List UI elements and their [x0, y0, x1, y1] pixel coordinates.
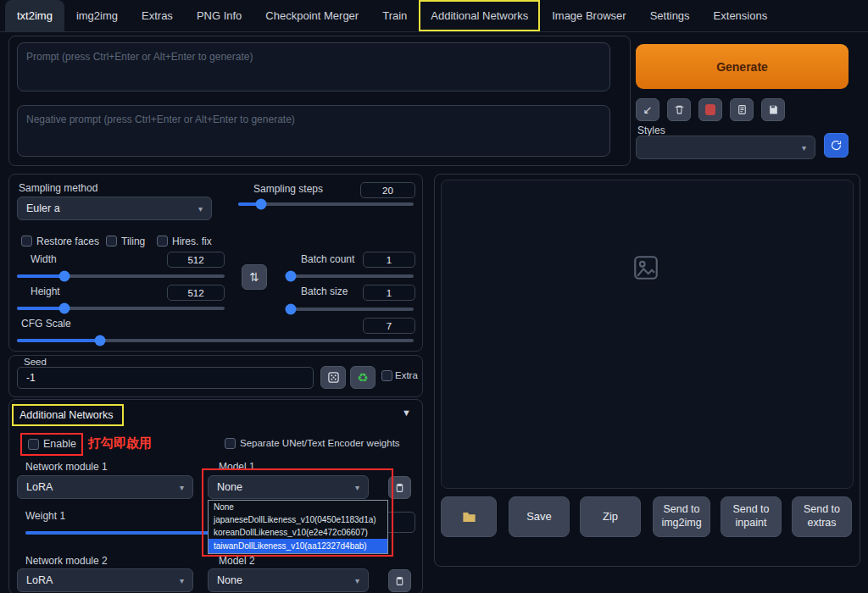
height-label: Height	[31, 285, 60, 297]
tab-checkpoint-merger[interactable]: Checkpoint Merger	[253, 0, 370, 31]
tab-settings[interactable]: Settings	[638, 0, 702, 31]
model-1-clipboard-button[interactable]	[388, 476, 411, 499]
tab-img2img[interactable]: img2img	[64, 0, 130, 31]
clipboard-icon	[394, 482, 405, 493]
send-to-extras-button[interactable]: Send to extras	[792, 496, 852, 537]
seed-input[interactable]	[17, 367, 314, 389]
red-card-icon	[705, 104, 715, 115]
collapse-triangle-icon[interactable]: ▼	[402, 407, 411, 418]
model-2-dropdown[interactable]: None▾	[208, 568, 369, 592]
model-card-button[interactable]	[698, 98, 722, 121]
batch-count-slider[interactable]	[291, 274, 414, 278]
network-module-1-dropdown[interactable]: LoRA▾	[17, 475, 193, 499]
read-params-button[interactable]	[730, 98, 754, 121]
chevron-down-icon: ▾	[802, 143, 806, 152]
model-option-taiwan[interactable]: taiwanDollLikeness_v10(aa12327d4bab)	[209, 539, 387, 553]
sampling-steps-label: Sampling steps	[253, 183, 323, 195]
arrow-down-left-icon: ↙	[643, 103, 653, 116]
extra-seed-checkbox[interactable]	[381, 370, 392, 381]
separate-weights-label: Separate UNet/Text Encoder weights	[240, 438, 400, 448]
negative-prompt-input[interactable]	[17, 105, 610, 157]
styles-dropdown[interactable]: ▾	[636, 136, 815, 159]
sampling-method-value: Euler a	[26, 202, 60, 214]
tab-additional-networks[interactable]: Additional Networks	[419, 0, 540, 31]
tab-train[interactable]: Train	[370, 0, 419, 31]
webui-root: txt2img img2img Extras PNG Info Checkpoi…	[0, 0, 868, 593]
model-option-korean[interactable]: koreanDollLikeness_v10(e2e472c06607)	[209, 526, 387, 539]
trash-icon	[674, 104, 685, 115]
batch-size-slider[interactable]	[291, 308, 414, 311]
seed-label: Seed	[24, 357, 47, 367]
reuse-seed-button[interactable]: ♻	[350, 366, 376, 389]
hires-fix-label: Hires. fix	[172, 236, 212, 247]
send-to-extras-label: Send to extras	[798, 503, 846, 529]
enable-annotation-box: Enable	[20, 433, 83, 456]
tab-txt2img[interactable]: txt2img	[5, 0, 64, 31]
model-1-value: None	[217, 481, 242, 493]
hires-fix-checkbox[interactable]	[157, 236, 168, 247]
model-1-label: Model 1	[219, 461, 255, 473]
additional-networks-title: Additional Networks	[19, 409, 113, 421]
swap-arrows-icon: ⇅	[249, 270, 259, 284]
network-module-1-value: LoRA	[26, 481, 53, 493]
network-module-1-label: Network module 1	[25, 461, 108, 473]
tab-extras[interactable]: Extras	[130, 0, 185, 31]
prompt-input[interactable]	[17, 42, 610, 91]
sampling-steps-input[interactable]	[360, 182, 415, 198]
tab-png-info[interactable]: PNG Info	[185, 0, 253, 31]
random-seed-button[interactable]	[320, 366, 346, 389]
restore-faces-label: Restore faces	[36, 236, 99, 247]
chevron-down-icon: ▾	[355, 576, 359, 585]
model-2-label: Model 2	[219, 555, 255, 567]
enable-checkbox[interactable]	[28, 439, 39, 450]
network-module-2-label: Network module 2	[25, 555, 108, 567]
swap-width-height-button[interactable]: ⇅	[242, 264, 267, 290]
model-1-dropdown[interactable]: None▾	[208, 475, 369, 499]
folder-icon	[461, 509, 477, 525]
batch-count-input[interactable]	[363, 252, 415, 268]
send-to-img2img-button[interactable]: Send to img2img	[653, 496, 710, 537]
height-slider[interactable]	[17, 307, 225, 310]
enable-label: Enable	[43, 438, 76, 450]
cfg-scale-label: CFG Scale	[21, 318, 71, 330]
weight-1-label: Weight 1	[25, 510, 65, 522]
sampling-steps-slider[interactable]	[238, 202, 414, 206]
cfg-scale-slider[interactable]	[17, 339, 414, 342]
save-button[interactable]: Save	[509, 496, 570, 537]
network-module-2-dropdown[interactable]: LoRA▾	[17, 568, 193, 592]
cfg-scale-input[interactable]	[363, 318, 415, 334]
model-2-clipboard-button[interactable]	[388, 569, 411, 592]
restore-faces-checkbox[interactable]	[21, 236, 32, 247]
enable-annotation-text: 打勾即啟用	[88, 435, 152, 452]
extra-seed-label: Extra	[395, 370, 418, 380]
tab-image-browser[interactable]: Image Browser	[540, 0, 637, 31]
separate-weights-checkbox[interactable]	[225, 438, 236, 449]
clear-prompt-button[interactable]	[667, 98, 691, 121]
width-slider[interactable]	[17, 274, 225, 278]
open-folder-button[interactable]	[441, 496, 497, 537]
image-preview-area	[441, 180, 854, 489]
zip-button[interactable]: Zip	[580, 496, 641, 537]
chevron-down-icon: ▾	[198, 204, 203, 213]
image-placeholder-icon	[632, 253, 660, 282]
batch-size-input[interactable]	[363, 285, 415, 301]
tab-extensions[interactable]: Extensions	[702, 0, 780, 31]
generate-button[interactable]: Generate	[636, 44, 849, 89]
height-input[interactable]	[167, 285, 225, 301]
save-style-button[interactable]	[761, 98, 785, 121]
network-module-2-value: LoRA	[26, 574, 53, 586]
sampling-method-label: Sampling method	[19, 182, 97, 194]
model-option-none[interactable]: None	[209, 501, 387, 513]
send-to-inpaint-button[interactable]: Send to inpaint	[721, 496, 782, 537]
additional-networks-header[interactable]: Additional Networks	[12, 404, 124, 426]
floppy-icon	[768, 104, 779, 115]
clipboard-icon	[394, 575, 405, 586]
sampling-method-dropdown[interactable]: Euler a▾	[17, 197, 212, 220]
paste-generation-params-button[interactable]: ↙	[636, 98, 659, 121]
width-input[interactable]	[167, 252, 225, 268]
model-option-japanese[interactable]: japaneseDollLikeness_v10(0450e1183d1a)	[209, 513, 387, 526]
refresh-styles-button[interactable]	[824, 133, 849, 158]
save-button-label: Save	[526, 510, 552, 524]
batch-size-label: Batch size	[301, 285, 348, 297]
tiling-checkbox[interactable]	[106, 236, 117, 247]
